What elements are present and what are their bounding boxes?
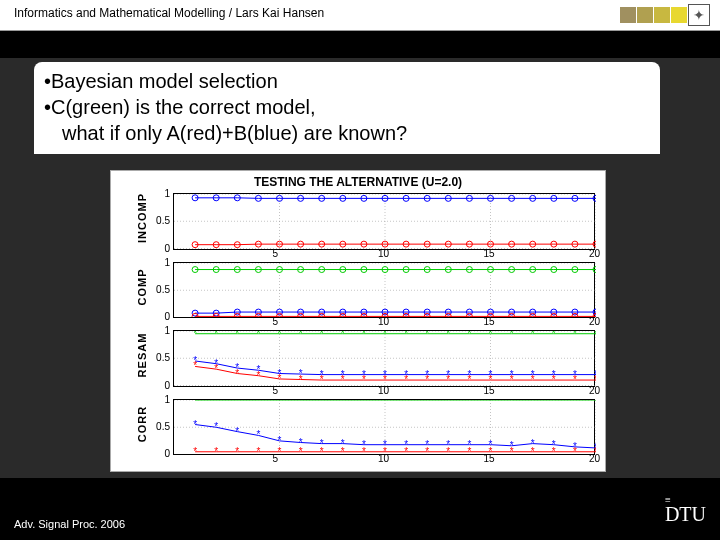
svg-text:*: * xyxy=(552,400,556,405)
svg-text:*: * xyxy=(341,445,345,454)
svg-text:*: * xyxy=(404,400,408,405)
bullet-3: what if only A(red)+B(blue) are known? xyxy=(44,120,650,146)
svg-text:*: * xyxy=(594,374,596,385)
svg-text:*: * xyxy=(214,331,218,339)
x-tick-label: 15 xyxy=(484,385,495,396)
footer-text: Adv. Signal Proc. 2006 xyxy=(14,518,125,530)
svg-text:*: * xyxy=(193,360,197,371)
svg-text:*: * xyxy=(256,400,260,405)
y-tick-label: 0.5 xyxy=(156,352,170,363)
svg-text:*: * xyxy=(299,400,303,405)
y-axis-label: CORR xyxy=(136,397,148,451)
chart-title: TESTING THE ALTERNATIVE (U=2.0) xyxy=(111,175,605,189)
svg-text:*: * xyxy=(278,400,282,405)
bullet-1: •Bayesian model selection xyxy=(44,68,650,94)
x-tick-label: 5 xyxy=(273,316,279,327)
x-tick-label: 10 xyxy=(378,316,389,327)
x-tick-label: 5 xyxy=(273,453,279,464)
svg-text:*: * xyxy=(299,374,303,385)
content-text: •Bayesian model selection •C(green) is t… xyxy=(34,62,660,154)
svg-text:*: * xyxy=(573,374,577,385)
svg-text:*: * xyxy=(362,445,366,454)
svg-text:*: * xyxy=(278,373,282,384)
chart-panel-corr: ****************************************… xyxy=(173,399,595,456)
y-tick-label: 1 xyxy=(164,394,170,405)
svg-text:*: * xyxy=(235,400,239,405)
y-tick-label: 0 xyxy=(164,448,170,459)
square-icon xyxy=(671,7,687,23)
svg-text:*: * xyxy=(193,418,197,429)
svg-text:*: * xyxy=(341,331,345,339)
svg-text:*: * xyxy=(425,331,429,339)
logo-text: DTU xyxy=(665,503,706,526)
svg-text:*: * xyxy=(299,331,303,339)
svg-text:*: * xyxy=(446,331,450,339)
svg-text:*: * xyxy=(425,445,429,454)
svg-text:*: * xyxy=(489,400,493,405)
x-tick-label: 15 xyxy=(484,453,495,464)
svg-text:*: * xyxy=(425,374,429,385)
svg-text:*: * xyxy=(193,445,197,454)
svg-text:*: * xyxy=(256,445,260,454)
svg-text:*: * xyxy=(531,374,535,385)
y-tick-label: 0 xyxy=(164,311,170,322)
y-tick-label: 0.5 xyxy=(156,421,170,432)
header-text: Informatics and Mathematical Modelling /… xyxy=(14,6,324,20)
svg-text:*: * xyxy=(320,400,324,405)
svg-text:*: * xyxy=(404,331,408,339)
svg-text:*: * xyxy=(573,331,577,339)
svg-text:*: * xyxy=(594,331,596,339)
svg-text:*: * xyxy=(278,331,282,339)
square-icon xyxy=(654,7,670,23)
svg-text:*: * xyxy=(362,331,366,339)
x-tick-label: 5 xyxy=(273,248,279,259)
svg-text:*: * xyxy=(510,374,514,385)
y-axis-label: COMP xyxy=(136,260,148,314)
square-icon xyxy=(637,7,653,23)
svg-text:*: * xyxy=(552,445,556,454)
svg-text:*: * xyxy=(446,374,450,385)
svg-text:*: * xyxy=(573,445,577,454)
svg-text:*: * xyxy=(404,374,408,385)
svg-text:*: * xyxy=(299,445,303,454)
svg-text:*: * xyxy=(235,425,239,436)
y-axis-label: RESAM xyxy=(136,328,148,382)
y-tick-label: 0 xyxy=(164,380,170,391)
svg-text:*: * xyxy=(573,400,577,405)
y-tick-label: 1 xyxy=(164,188,170,199)
x-tick-label: 15 xyxy=(484,316,495,327)
svg-text:*: * xyxy=(383,400,387,405)
svg-text:*: * xyxy=(256,429,260,440)
svg-text:*: * xyxy=(193,400,197,405)
y-tick-label: 0.5 xyxy=(156,284,170,295)
svg-text:*: * xyxy=(214,363,218,374)
x-tick-label: 10 xyxy=(378,385,389,396)
svg-text:*: * xyxy=(510,445,514,454)
svg-text:*: * xyxy=(320,445,324,454)
svg-text:*: * xyxy=(552,374,556,385)
svg-text:*: * xyxy=(256,370,260,381)
dtu-logo: ≡ DTU xyxy=(665,497,706,526)
svg-text:*: * xyxy=(320,374,324,385)
svg-text:*: * xyxy=(341,400,345,405)
svg-text:*: * xyxy=(510,400,514,405)
accent-squares: ✦ xyxy=(620,4,710,26)
x-tick-label: 20 xyxy=(589,385,600,396)
svg-text:*: * xyxy=(531,400,535,405)
y-tick-label: 0.5 xyxy=(156,215,170,226)
svg-text:*: * xyxy=(531,445,535,454)
svg-text:*: * xyxy=(383,331,387,339)
svg-text:*: * xyxy=(278,445,282,454)
x-tick-label: 15 xyxy=(484,248,495,259)
svg-text:*: * xyxy=(531,331,535,339)
svg-text:*: * xyxy=(404,445,408,454)
svg-text:*: * xyxy=(425,400,429,405)
x-tick-label: 10 xyxy=(378,453,389,464)
svg-text:*: * xyxy=(594,400,596,405)
square-icon xyxy=(620,7,636,23)
x-tick-label: 20 xyxy=(589,453,600,464)
svg-text:*: * xyxy=(214,445,218,454)
bullet-2: •C(green) is the correct model, xyxy=(44,94,650,120)
svg-text:*: * xyxy=(235,368,239,379)
x-tick-label: 10 xyxy=(378,248,389,259)
